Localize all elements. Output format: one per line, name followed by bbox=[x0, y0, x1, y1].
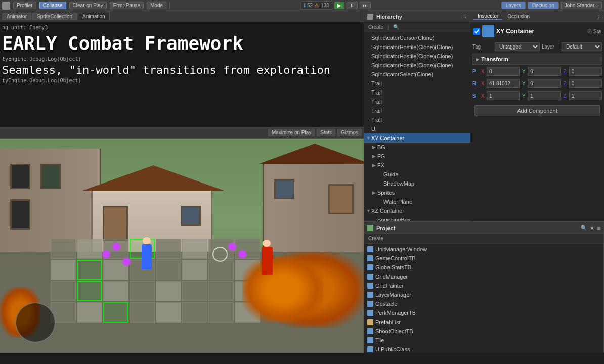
occlusion-button[interactable]: Occlusion bbox=[528, 2, 559, 9]
profiler-button[interactable]: Profiler bbox=[13, 2, 36, 9]
layer-select[interactable]: Default bbox=[562, 42, 602, 51]
p-item-2[interactable]: GlobalStatsTB bbox=[364, 263, 603, 272]
user-button[interactable]: John Standar... bbox=[561, 2, 602, 9]
h-item-20[interactable]: BoundingBox bbox=[364, 215, 470, 221]
p-item-6[interactable]: Obstacle bbox=[364, 299, 603, 308]
h-item-16[interactable]: ShadowMap bbox=[364, 179, 470, 188]
p-item-4[interactable]: GridPainter bbox=[364, 281, 603, 290]
project-star-button[interactable]: ★ bbox=[590, 225, 594, 231]
position-label: P bbox=[472, 69, 478, 74]
local-button[interactable]: Clear on Play bbox=[69, 2, 107, 9]
play-button[interactable]: ▶ bbox=[334, 2, 344, 9]
h-item-5[interactable]: Trail bbox=[364, 79, 470, 88]
p-icon-8 bbox=[367, 319, 373, 325]
scale-label: S bbox=[472, 93, 478, 99]
h-item-6[interactable]: Trail bbox=[364, 88, 470, 97]
project-create-button[interactable]: Create bbox=[366, 235, 385, 242]
pz-input[interactable] bbox=[569, 67, 602, 76]
px-input[interactable] bbox=[487, 67, 520, 76]
stats-indicator: ℹ 52 ⚠ 130 bbox=[300, 1, 332, 10]
p-item-11[interactable]: UIPublicClass bbox=[364, 345, 603, 353]
mode-button[interactable]: Mode bbox=[147, 2, 166, 9]
cursor-indicator bbox=[212, 247, 228, 262]
gizmos-button[interactable]: Gizmos bbox=[337, 129, 362, 136]
hierarchy-content[interactable]: SqIndicatorCursor(Clone) SqIndicatorHost… bbox=[364, 32, 470, 221]
h-label-5: Trail bbox=[371, 80, 382, 86]
h-item-10[interactable]: UI bbox=[364, 124, 470, 133]
pause-button[interactable]: ⏸ bbox=[347, 2, 358, 9]
h-item-17[interactable]: ▶ Sprites bbox=[364, 188, 470, 197]
h-item-18[interactable]: WaterPlane bbox=[364, 197, 470, 206]
tab-spritecollection[interactable]: SpriteCollection bbox=[32, 13, 77, 20]
h-item-11-selected[interactable]: ▼ XY Container bbox=[364, 133, 470, 143]
tag-select[interactable]: Untagged bbox=[495, 42, 540, 51]
p-item-8[interactable]: PrefabList bbox=[364, 317, 603, 327]
project-menu-button[interactable]: ≡ bbox=[597, 225, 600, 231]
h-label-18: WaterPlane bbox=[383, 199, 412, 205]
arrow-19: ▼ bbox=[366, 208, 370, 213]
console-toolbar: Animator SpriteCollection Animation bbox=[0, 11, 364, 22]
console-button[interactable]: Error Pause bbox=[110, 2, 144, 9]
unity-logo bbox=[2, 2, 10, 10]
rx-input[interactable] bbox=[487, 79, 520, 88]
log-line-0: ng unit: Enemy3 bbox=[2, 24, 362, 31]
sz-input[interactable] bbox=[569, 91, 602, 100]
p-item-0[interactable]: UnitManagerWindow bbox=[364, 245, 603, 254]
tile-8 bbox=[51, 260, 76, 280]
scale-xyz: X Y Z bbox=[480, 91, 602, 100]
hierarchy-icon bbox=[367, 14, 373, 20]
transform-component-header[interactable]: ▶ Transform bbox=[472, 54, 602, 65]
object-icon bbox=[482, 25, 494, 37]
h-item-14[interactable]: ▶ FX bbox=[364, 161, 470, 170]
inspector-tab-occlusion[interactable]: Occlusion bbox=[503, 13, 534, 20]
hierarchy-create-button[interactable]: Create bbox=[366, 24, 385, 30]
project-list[interactable]: UnitManagerWindow GameControlTB GlobalSt… bbox=[364, 244, 603, 353]
h-item-1[interactable]: SqIndicatorHostile(Clone)(Clone) bbox=[364, 42, 470, 52]
h-item-0[interactable]: SqIndicatorCursor(Clone) bbox=[364, 33, 470, 42]
ry-input[interactable] bbox=[528, 79, 560, 88]
p-icon-9 bbox=[367, 328, 373, 334]
tile-28 bbox=[156, 302, 181, 323]
rz-input[interactable] bbox=[569, 79, 602, 88]
inspector-tab-inspector[interactable]: Inspector bbox=[473, 13, 502, 20]
stats-button[interactable]: Stats bbox=[317, 129, 335, 136]
inspector-menu-button[interactable]: ≡ bbox=[598, 14, 601, 20]
tab-animation[interactable]: Animation bbox=[78, 13, 109, 20]
p-icon-3 bbox=[367, 274, 373, 280]
hierarchy-search-button[interactable]: 🔍 bbox=[391, 24, 401, 30]
h-item-4[interactable]: SqIndicatorSelect(Clone) bbox=[364, 70, 470, 79]
tab-animator[interactable]: Animator bbox=[2, 13, 31, 20]
p-item-9[interactable]: ShootObjectTB bbox=[364, 327, 603, 336]
h-item-7[interactable]: Trail bbox=[364, 97, 470, 106]
tile-26-selected bbox=[103, 302, 128, 323]
p-item-5[interactable]: LayerManager bbox=[364, 290, 603, 299]
hierarchy-menu-button[interactable]: ≡ bbox=[462, 14, 467, 20]
h-item-2[interactable]: SqIndicatorHostile(Clone)(Clone) bbox=[364, 52, 470, 61]
h-item-15[interactable]: Guide bbox=[364, 170, 470, 179]
h-item-12[interactable]: ▶ BG bbox=[364, 143, 470, 152]
h-item-19[interactable]: ▼ XZ Container bbox=[364, 206, 470, 215]
maximize-on-play-button[interactable]: Maximize on Play bbox=[268, 129, 315, 136]
flower-2 bbox=[101, 249, 111, 259]
pivot-button[interactable]: Collapse bbox=[39, 2, 66, 9]
p-item-10[interactable]: Tile bbox=[364, 336, 603, 345]
h-item-9[interactable]: Trail bbox=[364, 115, 470, 124]
project-header: Project 🔍 ★ ≡ bbox=[364, 222, 603, 234]
p-item-7[interactable]: PerkManagerTB bbox=[364, 308, 603, 317]
add-component-button[interactable]: Add Component bbox=[474, 105, 600, 116]
p-item-1[interactable]: GameControlTB bbox=[364, 254, 603, 263]
project-search-button[interactable]: 🔍 bbox=[581, 225, 587, 231]
h-item-3[interactable]: SqIndicatorHostile(Clone)(Clone) bbox=[364, 61, 470, 70]
sy-label: Y bbox=[521, 93, 527, 99]
h-item-13[interactable]: ▶ FG bbox=[364, 152, 470, 161]
object-enabled-checkbox[interactable] bbox=[473, 28, 480, 35]
foliage-right-2 bbox=[242, 257, 323, 323]
py-input[interactable] bbox=[528, 67, 560, 76]
sx-input[interactable] bbox=[487, 91, 520, 100]
h-item-8[interactable]: Trail bbox=[364, 106, 470, 115]
sy-input[interactable] bbox=[528, 91, 560, 100]
layers-button[interactable]: Layers bbox=[501, 2, 526, 9]
p-icon-4 bbox=[367, 283, 373, 289]
step-button[interactable]: ⏭ bbox=[360, 2, 371, 9]
p-item-3[interactable]: GridManager bbox=[364, 272, 603, 281]
